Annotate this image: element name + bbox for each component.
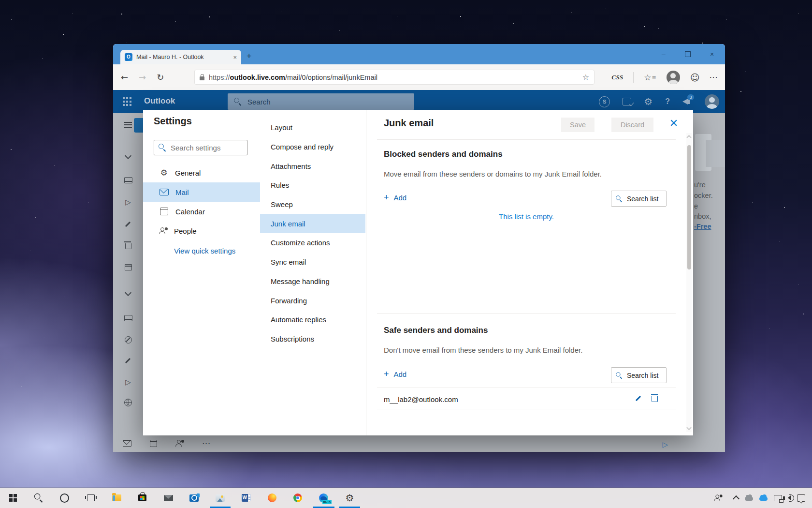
browser-menu-icon[interactable]: ···: [710, 74, 719, 81]
blocked-search-list-button[interactable]: Search list: [611, 191, 667, 207]
mail-module-icon[interactable]: [123, 440, 131, 447]
more-modules-icon[interactable]: ···: [203, 440, 211, 447]
nav-item-forwarding[interactable]: Forwarding: [260, 291, 365, 310]
taskbar-search-button[interactable]: [26, 488, 52, 508]
nav-item-rules[interactable]: Rules: [260, 176, 365, 195]
microsoft-store-button[interactable]: [130, 488, 156, 508]
photos-app-button[interactable]: [207, 488, 233, 508]
cortana-button[interactable]: [52, 488, 78, 508]
browser-tab[interactable]: O Mail - Mauro H. - Outlook ×: [120, 50, 241, 64]
nav-item-message-handling[interactable]: Message handling: [260, 272, 365, 291]
mail-app-button[interactable]: [156, 488, 182, 508]
tasks-check-icon[interactable]: [623, 98, 631, 105]
folders-chevron-icon[interactable]: [113, 153, 143, 158]
settings-sidebar: Settings Search settings ⚙ General Mail: [143, 110, 260, 435]
settings-title: Settings: [154, 116, 192, 127]
whats-new-icon[interactable]: 3: [682, 98, 692, 105]
account-avatar[interactable]: [705, 94, 719, 109]
favorites-icon[interactable]: ☆≡: [644, 73, 656, 82]
people-tray-icon[interactable]: [714, 494, 722, 501]
scroll-down-icon[interactable]: [687, 425, 692, 430]
forward-button[interactable]: →: [139, 72, 146, 82]
refresh-button[interactable]: ↻: [157, 72, 164, 82]
start-button[interactable]: [0, 488, 26, 508]
feedback-smiley-icon[interactable]: ☺: [690, 72, 700, 83]
onedrive-gray-cloud-icon[interactable]: [745, 497, 753, 501]
archive-icon[interactable]: [113, 264, 143, 270]
junk-blocked-icon[interactable]: [113, 336, 143, 344]
close-window-button[interactable]: ×: [700, 44, 724, 64]
new-message-button-partial[interactable]: [134, 118, 143, 133]
help-icon[interactable]: ?: [665, 97, 670, 106]
close-dialog-icon[interactable]: ✕: [667, 116, 681, 130]
safe-add-button[interactable]: + Add: [384, 370, 406, 378]
ad-send-icon[interactable]: ▷: [662, 440, 668, 449]
firefox-button[interactable]: [259, 488, 285, 508]
drafts-pencil-icon[interactable]: [113, 221, 143, 227]
skype-icon[interactable]: S: [599, 96, 610, 107]
dialog-scrollbar[interactable]: [686, 133, 692, 432]
notification-badge: 3: [687, 94, 694, 100]
nav-item-subscriptions[interactable]: Subscriptions: [260, 329, 365, 349]
edge-beta-button[interactable]: BETA: [311, 488, 337, 508]
gear-icon[interactable]: ⚙: [644, 96, 652, 107]
browser-titlebar[interactable]: O Mail - Mauro H. - Outlook × + – ×: [113, 44, 725, 64]
category-mail[interactable]: Mail: [143, 182, 260, 202]
category-calendar[interactable]: Calendar: [143, 202, 260, 221]
globe-icon[interactable]: [113, 399, 143, 406]
nav-item-junk-email[interactable]: Junk email: [260, 214, 365, 233]
css-extension-icon[interactable]: CSS: [611, 74, 623, 81]
discard-button[interactable]: Discard: [611, 118, 653, 132]
show-hidden-icons-chevron[interactable]: [733, 495, 740, 502]
inbox2-icon[interactable]: [113, 315, 143, 321]
app-launcher-icon[interactable]: [123, 97, 125, 99]
category-general[interactable]: ⚙ General: [143, 163, 260, 182]
nav-item-sync-email[interactable]: Sync email: [260, 253, 365, 272]
back-button[interactable]: ←: [121, 72, 128, 82]
category-people[interactable]: People: [143, 221, 260, 240]
sent2-icon[interactable]: ▷: [113, 379, 143, 386]
file-explorer-button[interactable]: [103, 488, 130, 508]
edit-entry-icon[interactable]: [635, 395, 642, 402]
onedrive-blue-cloud-icon[interactable]: [759, 497, 768, 501]
add-favorite-icon[interactable]: ☆: [582, 73, 589, 82]
action-center-icon[interactable]: [797, 494, 805, 502]
nav-item-compose-and-reply[interactable]: Compose and reply: [260, 137, 365, 157]
blocked-add-button[interactable]: + Add: [384, 193, 406, 202]
chrome-button[interactable]: [285, 488, 311, 508]
settings-search-input[interactable]: Search settings: [154, 140, 247, 155]
save-button[interactable]: Save: [561, 118, 594, 132]
groups-chevron-icon[interactable]: [113, 290, 143, 295]
nav-item-sweep[interactable]: Sweep: [260, 195, 365, 214]
volume-icon[interactable]: [785, 495, 791, 500]
settings-app-button[interactable]: ⚙: [337, 488, 363, 508]
deleted-items-icon[interactable]: [113, 241, 143, 249]
scroll-up-icon[interactable]: [687, 135, 692, 140]
browser-profile-avatar[interactable]: [667, 71, 680, 84]
new-tab-button[interactable]: +: [246, 51, 252, 61]
outlook-search-box[interactable]: Search: [228, 93, 414, 110]
ad-free-link-partial[interactable]: -Free: [694, 223, 711, 230]
maximize-button[interactable]: [676, 44, 700, 64]
tab-close-icon[interactable]: ×: [233, 54, 237, 61]
address-bar[interactable]: https://outlook.live.com/mail/0/options/…: [194, 70, 594, 85]
scrollbar-thumb[interactable]: [687, 145, 691, 269]
notes-pencil-icon[interactable]: [113, 357, 143, 364]
outlook-app-button[interactable]: [181, 488, 207, 508]
calendar-module-icon[interactable]: [150, 440, 157, 447]
people-module-icon[interactable]: [175, 440, 184, 447]
minimize-button[interactable]: –: [652, 44, 676, 64]
nav-item-layout[interactable]: Layout: [260, 118, 365, 137]
network-icon[interactable]: [774, 495, 782, 501]
word-app-button[interactable]: W: [233, 488, 259, 508]
view-quick-settings-link[interactable]: View quick settings: [174, 247, 235, 255]
settings-dialog: Settings Search settings ⚙ General Mail: [143, 110, 693, 435]
nav-item-attachments[interactable]: Attachments: [260, 156, 365, 176]
nav-item-customize-actions[interactable]: Customize actions: [260, 233, 365, 253]
nav-item-automatic-replies[interactable]: Automatic replies: [260, 310, 365, 329]
safe-search-list-button[interactable]: Search list: [611, 367, 667, 383]
task-view-button[interactable]: [78, 488, 104, 508]
delete-entry-icon[interactable]: [652, 396, 658, 402]
sent-items-icon[interactable]: ▷: [113, 199, 143, 206]
inbox-icon[interactable]: [113, 177, 143, 183]
